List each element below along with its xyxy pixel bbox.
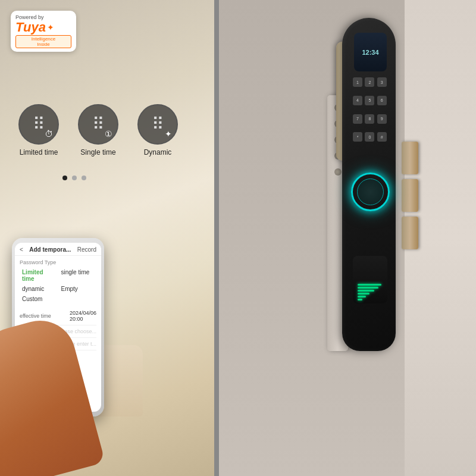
pwd-custom[interactable]: Custom (20, 295, 58, 303)
key-7[interactable]: 7 (353, 114, 362, 124)
lock-bolt-area (402, 137, 419, 315)
dynamic-label: Dynamic (144, 148, 172, 156)
led-bars (358, 284, 381, 300)
led-bar-5 (358, 299, 362, 300)
password-type-grid: Limited time single time dynamic Empty C… (20, 268, 96, 303)
phone-back-button[interactable]: < (20, 246, 23, 253)
key-0[interactable]: 0 (365, 132, 374, 142)
key-5[interactable]: 5 (365, 96, 374, 105)
lock-keypad: 123456789*0# (353, 77, 387, 149)
pwd-single-time[interactable]: single time (59, 268, 97, 283)
single-time-icon: ⠿① (78, 104, 118, 145)
led-bar-4 (358, 296, 366, 298)
lock-display: 12:34 (354, 33, 387, 71)
key-6[interactable]: 6 (377, 96, 387, 105)
key-1[interactable]: 1 (353, 77, 362, 87)
pwd-limited-time[interactable]: Limited time (20, 268, 58, 283)
led-bar-3 (358, 293, 369, 295)
dot-3 (82, 176, 86, 180)
hand-area (0, 309, 119, 476)
tuya-spark-icon: ✦ (47, 23, 54, 32)
tuya-logo: Tuya ✦ (15, 21, 71, 34)
feature-dynamic: ⠿✦Dynamic (131, 104, 184, 156)
tuya-intelligence: IntelligenceInside (15, 35, 71, 48)
phone-title: Add tempora... (29, 246, 71, 253)
pwd-empty[interactable]: Empty (59, 284, 97, 293)
lock-body: 12:34 123456789*0# (342, 18, 396, 351)
key-#[interactable]: # (377, 132, 387, 142)
key-2[interactable]: 2 (365, 77, 374, 87)
tuya-logo-text: Tuya (15, 21, 46, 34)
limited-time-icon: ⠿⏱ (18, 104, 59, 145)
key-8[interactable]: 8 (365, 114, 374, 124)
single-time-label: Single time (80, 148, 115, 156)
dot-1 (62, 176, 67, 180)
key-9[interactable]: 9 (377, 114, 387, 124)
led-bar-2 (358, 290, 374, 292)
fingerprint-scanner[interactable] (351, 173, 390, 211)
bottom-sensor (353, 256, 387, 303)
phone-header: < Add tempora... Record (15, 243, 101, 256)
features-row: ⠿⏱Limited time⠿①Single time⠿✦Dynamic (12, 104, 196, 156)
key-3[interactable]: 3 (377, 77, 387, 87)
lock-time: 12:34 (362, 49, 378, 56)
dynamic-icon: ⠿✦ (137, 104, 178, 145)
bolt-block-2 (402, 179, 418, 212)
dot-2 (72, 176, 77, 180)
pwd-dynamic[interactable]: dynamic (20, 284, 58, 293)
feature-limited-time: ⠿⏱Limited time (12, 104, 65, 156)
led-bar-0 (358, 284, 381, 286)
dots-indicator (62, 176, 86, 180)
smart-lock: 12:34 123456789*0# (336, 18, 402, 458)
hand-shape (0, 313, 105, 476)
key-*[interactable]: * (353, 132, 362, 142)
password-type-label: Password Type (20, 259, 96, 265)
bolt-block-3 (402, 217, 418, 249)
key-4[interactable]: 4 (353, 96, 362, 105)
fingerprint-center (357, 178, 384, 205)
bolt-block-1 (402, 142, 418, 174)
phone-record-button[interactable]: Record (77, 246, 96, 253)
led-bar-1 (358, 287, 378, 289)
feature-single-time: ⠿①Single time (71, 104, 125, 156)
tuya-badge: Powered by Tuya ✦ IntelligenceInside (11, 11, 76, 52)
limited-time-label: Limited time (20, 148, 58, 156)
